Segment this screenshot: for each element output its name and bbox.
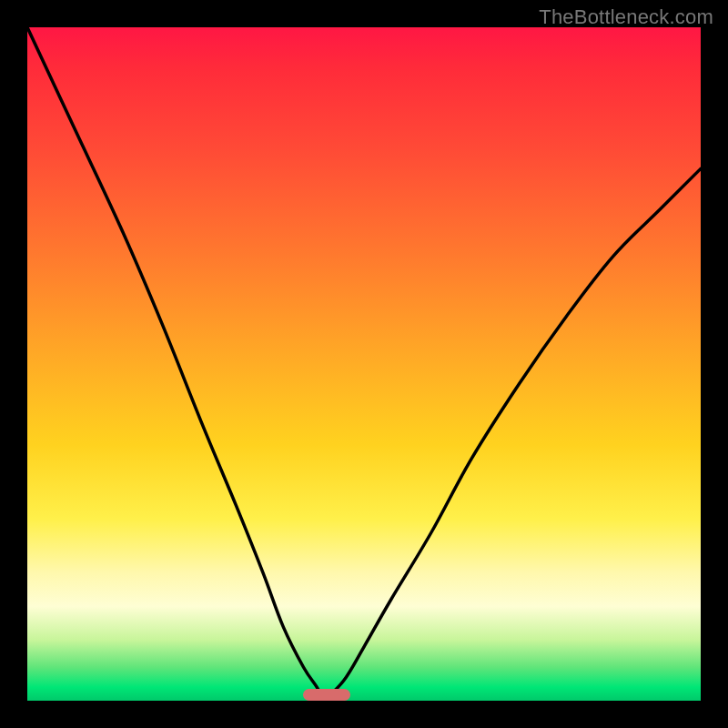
curve-layer [27, 27, 701, 701]
right-curve-path [324, 168, 701, 701]
left-curve-path [27, 27, 324, 701]
bottleneck-marker [303, 689, 350, 701]
watermark-text: TheBottleneck.com [539, 5, 713, 29]
plot-area [27, 27, 701, 701]
chart-container: TheBottleneck.com [0, 0, 728, 728]
